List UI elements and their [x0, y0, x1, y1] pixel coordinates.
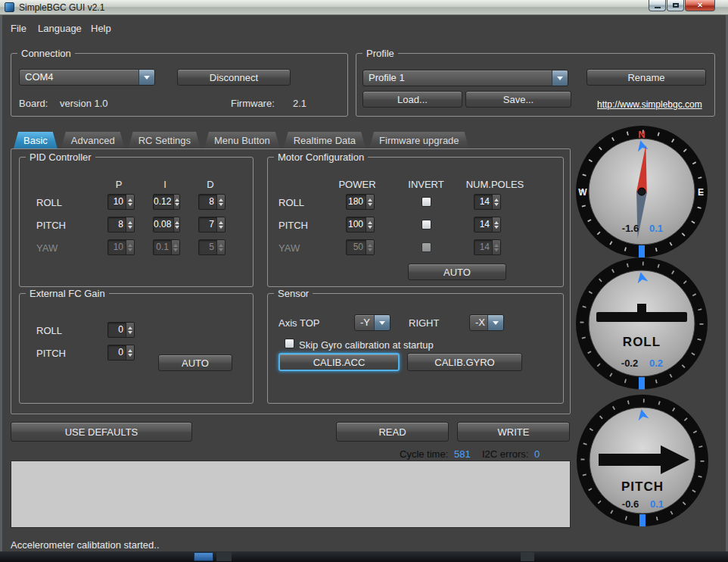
basic-tab-panel: PID Controller P I D ROLL 10 0.12 8 PITC…	[11, 148, 571, 414]
spinner-down-icon[interactable]	[128, 203, 132, 208]
read-button[interactable]: READ	[336, 422, 449, 442]
spinner-down-icon[interactable]	[219, 203, 223, 208]
spinner-arrows[interactable]	[126, 217, 134, 232]
external-roll-spinner[interactable]: 0	[107, 322, 135, 338]
spinner-up-icon	[128, 242, 132, 247]
pid-pitch-p-spinner[interactable]: 8	[107, 217, 135, 233]
spinner-arrows[interactable]	[126, 323, 134, 337]
tab-realtime-data[interactable]: Realtime Data	[284, 132, 366, 148]
tab-basic[interactable]: Basic	[14, 132, 58, 148]
spinner-down-icon[interactable]	[368, 203, 372, 208]
save-button[interactable]: Save...	[465, 91, 571, 108]
spinner-down-icon[interactable]	[128, 331, 132, 336]
taskbar-item[interactable]	[521, 552, 534, 561]
taskbar-item[interactable]	[216, 552, 232, 561]
calib-acc-button[interactable]: CALIB.ACC	[278, 353, 400, 371]
spinner-up-icon[interactable]	[494, 219, 499, 224]
spinner-value: 14	[474, 217, 492, 232]
spinner-value: 0	[108, 345, 126, 360]
spinner-up-icon[interactable]	[175, 196, 179, 201]
spinner-down-icon[interactable]	[368, 226, 372, 231]
motor-auto-button[interactable]: AUTO	[408, 264, 506, 280]
chevron-down-icon[interactable]	[552, 70, 568, 86]
load-button[interactable]: Load...	[362, 91, 462, 108]
pid-roll-p-spinner[interactable]: 10	[107, 194, 135, 210]
menu-language[interactable]: Language	[38, 23, 82, 34]
spinner-down-icon[interactable]	[494, 203, 499, 208]
spinner-up-icon[interactable]	[128, 219, 132, 224]
spinner-down-icon[interactable]	[175, 203, 179, 208]
minimize-button[interactable]	[649, 0, 666, 11]
simplebgc-link[interactable]: http://www.simplebgc.com	[597, 99, 702, 110]
close-button[interactable]: ✕	[685, 0, 715, 11]
write-button[interactable]: WRITE	[457, 422, 570, 442]
external-auto-button[interactable]: AUTO	[158, 354, 232, 371]
spinner-up-icon[interactable]	[494, 196, 499, 201]
log-console[interactable]	[11, 461, 571, 528]
spinner-arrows[interactable]	[173, 217, 179, 232]
motor-roll-poles-spinner[interactable]: 14	[474, 194, 501, 210]
spinner-up-icon[interactable]	[175, 219, 179, 224]
calib-gyro-button[interactable]: CALIB.GYRO	[407, 353, 522, 371]
spinner-up-icon[interactable]	[368, 196, 372, 201]
pid-roll-d-spinner[interactable]: 8	[198, 194, 226, 210]
spinner-up-icon[interactable]	[219, 196, 223, 201]
skip-gyro-checkbox[interactable]	[285, 339, 294, 348]
windows-taskbar	[0, 551, 728, 562]
tab-advanced[interactable]: Advanced	[61, 132, 125, 148]
pitch-bottom-marker-icon	[639, 514, 646, 526]
motor-pitch-poles-spinner[interactable]: 14	[474, 217, 501, 233]
use-defaults-button[interactable]: USE DEFAULTS	[11, 422, 192, 442]
motor-pitch-label: PITCH	[278, 220, 308, 231]
motor-roll-invert-checkbox[interactable]	[422, 197, 431, 207]
external-pitch-label: PITCH	[36, 348, 66, 359]
chevron-down-icon[interactable]	[487, 315, 503, 330]
spinner-value: 10	[108, 195, 126, 209]
spinner-arrows[interactable]	[366, 195, 374, 209]
spinner-arrows[interactable]	[216, 217, 225, 232]
menu-file[interactable]: File	[11, 23, 26, 34]
menu-help[interactable]: Help	[91, 23, 111, 34]
window-border-left	[0, 15, 2, 551]
spinner-arrows[interactable]	[126, 345, 134, 360]
spinner-up-icon[interactable]	[368, 219, 372, 224]
com-port-select[interactable]: COM4	[19, 69, 155, 86]
tab-menu-button[interactable]: Menu Button	[204, 132, 280, 148]
spinner-arrows[interactable]	[492, 195, 500, 209]
com-port-value: COM4	[20, 70, 138, 85]
roll-horizon-bar-icon	[596, 312, 687, 322]
pid-pitch-d-spinner[interactable]: 7	[198, 217, 226, 233]
disconnect-button[interactable]: Disconnect	[177, 69, 291, 86]
spinner-up-icon[interactable]	[219, 219, 223, 224]
pid-pitch-i-spinner[interactable]: 0.08	[153, 217, 180, 233]
spinner-arrows[interactable]	[366, 217, 374, 232]
taskbar-item[interactable]	[194, 552, 213, 561]
spinner-arrows[interactable]	[173, 195, 179, 209]
axis-top-select[interactable]: -Y	[354, 314, 390, 331]
spinner-up-icon[interactable]	[128, 196, 132, 201]
pid-roll-i-spinner[interactable]: 0.12	[153, 194, 180, 210]
spinner-up-icon[interactable]	[128, 324, 132, 329]
motor-pitch-power-spinner[interactable]: 100	[346, 217, 375, 233]
spinner-arrows[interactable]	[126, 195, 134, 209]
chevron-down-icon[interactable]	[374, 315, 390, 330]
motor-pitch-invert-checkbox[interactable]	[422, 220, 431, 229]
spinner-arrows[interactable]	[492, 217, 500, 232]
spinner-up-icon[interactable]	[128, 347, 132, 352]
external-pitch-spinner[interactable]: 0	[107, 345, 135, 361]
chevron-down-icon[interactable]	[138, 70, 154, 85]
maximize-button[interactable]	[667, 0, 684, 11]
spinner-down-icon[interactable]	[128, 354, 132, 359]
spinner-down-icon[interactable]	[219, 226, 223, 231]
spinner-down-icon[interactable]	[128, 226, 132, 231]
spinner-down-icon[interactable]	[494, 226, 499, 231]
spinner-down-icon[interactable]	[175, 226, 179, 231]
motor-roll-power-spinner[interactable]: 180	[346, 194, 375, 210]
tab-firmware-upgrade[interactable]: Firmware upgrade	[369, 132, 469, 148]
tab-rc-settings[interactable]: RC Settings	[129, 132, 201, 148]
rename-button[interactable]: Rename	[586, 69, 706, 86]
spinner-arrows[interactable]	[216, 195, 225, 209]
profile-select[interactable]: Profile 1	[362, 70, 568, 86]
spinner-down-icon	[368, 248, 372, 254]
axis-right-select[interactable]: -X	[469, 314, 504, 331]
